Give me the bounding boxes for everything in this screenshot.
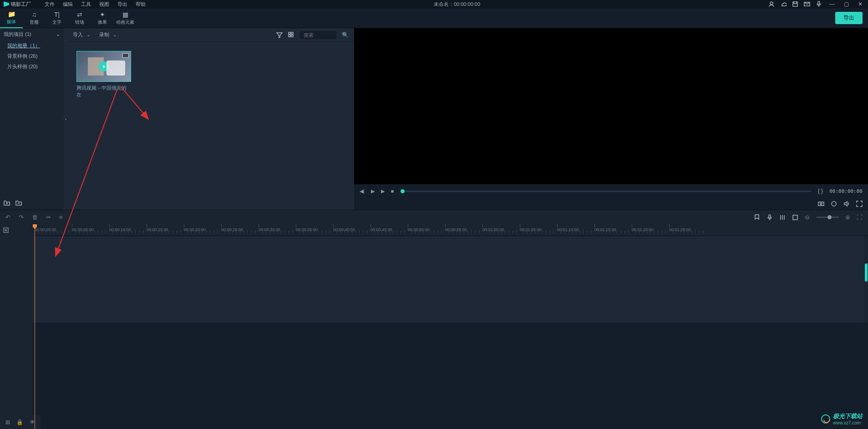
adjust-icon[interactable]: ≡ [59,214,63,221]
play-icon[interactable]: ▶ [371,188,375,194]
add-to-timeline-icon[interactable]: + [99,61,109,71]
add-folder-icon[interactable] [4,200,10,206]
cut-icon[interactable]: ✂ [46,214,51,221]
menu-tools[interactable]: 工具 [81,1,91,8]
media-header: 导入 录制 🔍 [67,28,354,42]
animation-icon: ▦ [122,11,128,18]
delete-icon[interactable]: 🗑 [32,214,38,221]
svg-rect-12 [793,215,797,220]
import-label: 导入 [73,31,83,38]
media-panel: 导入 录制 🔍 + 腾讯视频－中国领先的在 [67,28,354,210]
render-icon[interactable] [792,214,798,221]
watermark-logo-icon [821,414,830,424]
sidebar-item-album[interactable]: 我的相册（1） [0,40,64,51]
sidebar-header-label: 我的项目 (1) [4,31,31,38]
tab-media[interactable]: 📁 媒体 [0,8,23,28]
sidebar-item-intro[interactable]: 片头样例 (20) [0,61,64,72]
titlebar-right: — ▢ ✕ [768,1,864,7]
folder-icon: 📁 [8,10,15,18]
sidebar-header[interactable]: 我的项目 (1) ⌄ [0,28,64,40]
tab-text-label: 文字 [52,19,61,25]
tab-audio[interactable]: ♫ 音频 [23,8,46,28]
sidebar-collapse[interactable]: ◂ [64,28,67,210]
tab-transition-label: 转场 [75,19,84,25]
media-thumbnail[interactable]: + [76,51,131,82]
timeline-main[interactable]: 00:00:00:0000:00:05:0000:00:10:0000:00:1… [33,224,868,429]
zoom-out-icon[interactable]: ⊖ [805,214,810,221]
maximize-button[interactable]: ▢ [842,1,851,7]
tab-transition[interactable]: ⇄ 转场 [68,8,91,28]
menu-export[interactable]: 导出 [117,1,127,8]
svg-rect-4 [289,32,290,34]
mic-icon[interactable] [816,1,822,7]
filter-icon[interactable] [276,32,283,38]
prev-frame-icon[interactable]: ◀| [360,188,365,194]
minimize-button[interactable]: — [827,1,837,7]
app-name: 喵影工厂 [11,1,31,8]
voiceover-icon[interactable] [766,214,773,221]
menu-file[interactable]: 文件 [45,1,55,8]
audio-mixer-icon[interactable] [779,214,786,221]
svg-rect-8 [818,202,824,206]
menu-view[interactable]: 视图 [99,1,109,8]
media-item[interactable]: + 腾讯视频－中国领先的在 [76,51,131,98]
watermark-text: 极光下载站 [833,412,863,420]
close-button[interactable]: ✕ [856,1,864,7]
grid-icon[interactable] [288,32,294,38]
sidebar-bottom [0,196,64,210]
stop-icon[interactable]: ■ [391,188,394,194]
save-icon[interactable] [792,1,798,7]
user-icon[interactable] [768,1,775,7]
main-toolbar: 📁 媒体 ♫ 音频 T| 文字 ⇄ 转场 ✦ 效果 ▦ 动画元素 导出 [0,8,868,28]
zoom-fit-icon[interactable]: ⛶ [857,214,863,221]
cloud-icon[interactable] [780,1,787,7]
scrollbar-thumb[interactable] [865,263,868,282]
project-title: 未命名：00:00:00:00 [146,1,768,8]
logo-icon [4,1,9,7]
quality-icon[interactable] [831,201,837,207]
redo-icon[interactable]: ↷ [19,214,24,221]
tab-effects[interactable]: ✦ 效果 [91,8,114,28]
snapshot-icon[interactable] [818,201,824,207]
tab-text[interactable]: T| 文字 [46,8,68,28]
preview-video[interactable] [354,28,868,184]
fullscreen-icon[interactable] [856,201,863,207]
mail-icon[interactable] [804,1,810,7]
media-header-right: 🔍 [276,31,349,39]
titlebar: 喵影工厂 文件 编辑 工具 视图 导出 帮助 未命名：00:00:00:00 —… [0,0,868,8]
video-type-icon [122,53,129,58]
search-icon[interactable]: 🔍 [342,32,349,38]
search-input[interactable] [300,31,336,39]
record-dropdown[interactable]: 录制 [99,31,117,38]
app-logo: 喵影工厂 [4,1,31,8]
progress-handle[interactable] [401,189,405,193]
timeline-ruler[interactable]: 00:00:00:0000:00:05:0000:00:10:0000:00:1… [33,224,868,236]
lock-icon[interactable]: 🔒 [16,419,23,425]
svg-rect-7 [291,35,293,37]
effects-icon: ✦ [100,11,105,18]
zoom-in-icon[interactable]: ⊕ [845,214,850,221]
import-dropdown[interactable]: 导入 [73,31,90,38]
marker-icon[interactable] [754,214,760,221]
playhead[interactable] [35,224,35,429]
timeline-scrollbar[interactable] [864,236,868,323]
delete-folder-icon[interactable] [15,200,22,206]
timeline-add-icon[interactable] [3,227,9,233]
undo-icon[interactable]: ↶ [5,214,10,221]
svg-point-10 [832,202,836,206]
watermark: 极光下载站 www.xz7.com [821,412,863,425]
next-frame-icon[interactable]: ▶ [381,188,385,194]
track-add-icon[interactable]: ⊞ [5,419,10,425]
svg-point-9 [820,203,822,205]
preview-time: 00:00:00:00 [829,188,863,194]
chevron-down-icon: ⌄ [56,31,60,37]
tab-animation[interactable]: ▦ 动画元素 [114,8,137,28]
menu-help[interactable]: 帮助 [136,1,146,8]
progress-bar[interactable] [401,191,812,192]
volume-icon[interactable] [843,201,850,207]
zoom-slider[interactable] [816,217,839,218]
timeline-tracks[interactable] [33,236,868,323]
sidebar-item-background[interactable]: 背景样例 (26) [0,51,64,61]
export-button[interactable]: 导出 [835,12,863,24]
menu-edit[interactable]: 编辑 [63,1,73,8]
